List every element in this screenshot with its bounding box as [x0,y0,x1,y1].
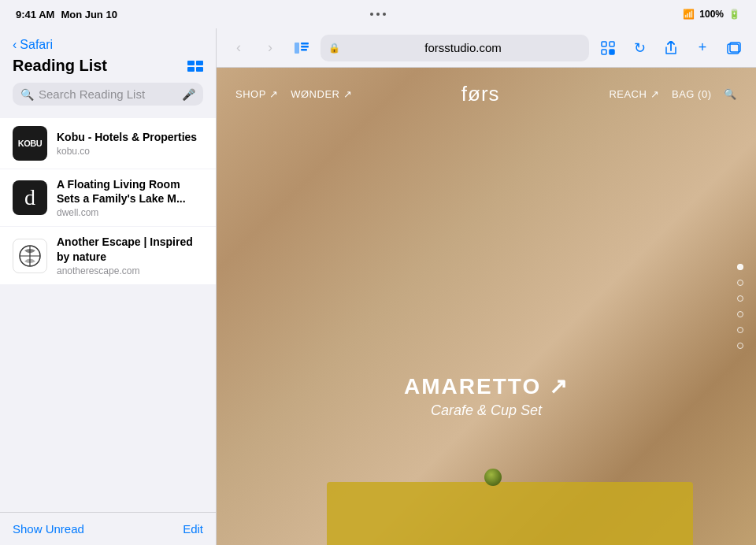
add-button[interactable]: + [690,35,715,61]
item-text-1: Kobu - Hotels & Properties kobu.co [57,130,203,157]
site-nav: SHOP ↗ WØNDER ↗ førs REACH ↗ BAG (0) 🔍 [217,68,756,120]
scroll-dot-6[interactable] [737,343,743,349]
show-unread-button[interactable]: Show Unread [13,522,84,536]
scroll-dot-4[interactable] [737,311,743,317]
item-favicon-1: KOBU [13,126,47,161]
back-button[interactable]: ‹ [226,35,251,61]
share-button[interactable] [658,35,684,61]
svg-rect-6 [301,49,307,51]
battery-icon: 🔋 [728,9,740,20]
search-placeholder[interactable]: Search Reading List [39,87,177,101]
reader-view-button[interactable] [289,35,314,61]
reading-item[interactable]: d A Floating Living Room Sets a Family's… [0,169,216,226]
item-domain-3: anotherescape.com [57,265,203,276]
site-nav-right: REACH ↗ BAG (0) 🔍 [609,88,737,100]
scroll-dot-5[interactable] [737,327,743,333]
back-label[interactable]: Safari [20,38,53,52]
edit-button[interactable]: Edit [183,522,203,536]
sidebar-title: Reading List [13,57,107,75]
svg-rect-7 [602,42,606,46]
lock-icon: 🔒 [328,43,340,54]
search-bar[interactable]: 🔍 Search Reading List 🎤 [13,83,203,106]
nav-bag[interactable]: BAG (0) [672,88,711,100]
site-nav-left: SHOP ↗ WØNDER ↗ [235,88,352,100]
nav-wonder[interactable]: WØNDER ↗ [291,88,352,100]
item-text-3: Another Escape | Inspired by nature anot… [57,235,203,276]
status-bar: 9:41 AM Mon Jun 10 📶 100% 🔋 [0,0,756,28]
toolbar-actions: ↻ + [595,35,747,61]
browser-area: ‹ › 🔒 forsstudio.com [217,28,756,545]
status-bar-left: 9:41 AM Mon Jun 10 [16,9,117,20]
nav-shop[interactable]: SHOP ↗ [235,88,278,100]
yellow-cloth [327,482,693,545]
scroll-dot-3[interactable] [737,295,743,302]
hero-image: SHOP ↗ WØNDER ↗ førs REACH ↗ BAG (0) 🔍 A… [217,68,756,545]
sidebar-back[interactable]: ‹ Safari [13,38,203,52]
status-dot-3 [383,13,386,16]
hero-text: AMARETTO ↗ Carafe & Cup Set [404,373,569,419]
device-frame: 9:41 AM Mon Jun 10 📶 100% 🔋 ‹ Safari [0,0,756,545]
svg-rect-9 [602,50,606,54]
status-dot-1 [370,13,373,16]
item-favicon-3 [13,239,47,273]
sidebar-title-row: Reading List [13,57,203,75]
battery-text: 100% [699,9,724,20]
svg-rect-4 [301,43,309,45]
status-bar-center [370,13,386,16]
main-layout: ‹ Safari Reading List 🔍 Search [0,28,756,545]
item-domain-1: kobu.co [57,146,203,157]
sidebar-footer: Show Unread Edit [0,512,216,545]
item-favicon-2: d [13,180,47,215]
forward-button[interactable]: › [258,35,283,61]
website-content: SHOP ↗ WØNDER ↗ førs REACH ↗ BAG (0) 🔍 A… [217,68,756,545]
nav-search-icon[interactable]: 🔍 [724,88,737,100]
site-logo[interactable]: førs [461,82,500,106]
status-date: Mon Jun 10 [61,9,117,20]
item-title-1: Kobu - Hotels & Properties [57,130,203,144]
tabs-button[interactable] [721,35,747,61]
reading-item[interactable]: Another Escape | Inspired by nature anot… [0,227,216,284]
item-title-3: Another Escape | Inspired by nature [57,235,203,263]
svg-rect-10 [610,50,614,54]
status-dot-2 [376,13,380,16]
scroll-dot-1[interactable] [737,264,743,270]
url-text[interactable]: forsstudio.com [345,41,581,54]
hero-title: AMARETTO ↗ [404,373,569,399]
status-time: 9:41 AM [16,9,54,20]
sidebar-header: ‹ Safari Reading List 🔍 Search [0,28,216,112]
address-bar[interactable]: 🔒 forsstudio.com [321,35,589,61]
wifi-icon: 📶 [683,9,695,20]
svg-rect-3 [295,43,299,54]
refresh-button[interactable]: ↻ [627,35,652,61]
item-title-2: A Floating Living Room Sets a Family's L… [57,177,203,206]
svg-rect-8 [610,42,614,46]
reading-list: KOBU Kobu - Hotels & Properties kobu.co … [0,112,216,512]
browser-toolbar: ‹ › 🔒 forsstudio.com [217,28,756,68]
mic-icon[interactable]: 🎤 [182,88,195,101]
item-domain-2: dwell.com [57,207,203,218]
svg-rect-5 [301,46,309,48]
scroll-dots [737,264,743,349]
status-bar-right: 📶 100% 🔋 [683,9,740,20]
olive-decoration [484,469,502,486]
grid-view-icon[interactable] [187,61,203,72]
nav-reach[interactable]: REACH ↗ [609,88,659,100]
item-text-2: A Floating Living Room Sets a Family's L… [57,177,203,218]
scroll-dot-2[interactable] [737,280,743,286]
search-icon: 🔍 [20,88,34,101]
sidebar: ‹ Safari Reading List 🔍 Search [0,28,217,545]
back-chevron-icon: ‹ [13,38,17,52]
reading-item[interactable]: KOBU Kobu - Hotels & Properties kobu.co [0,118,216,169]
hero-subtitle: Carafe & Cup Set [404,402,569,419]
share-upload-icon[interactable] [595,35,621,61]
